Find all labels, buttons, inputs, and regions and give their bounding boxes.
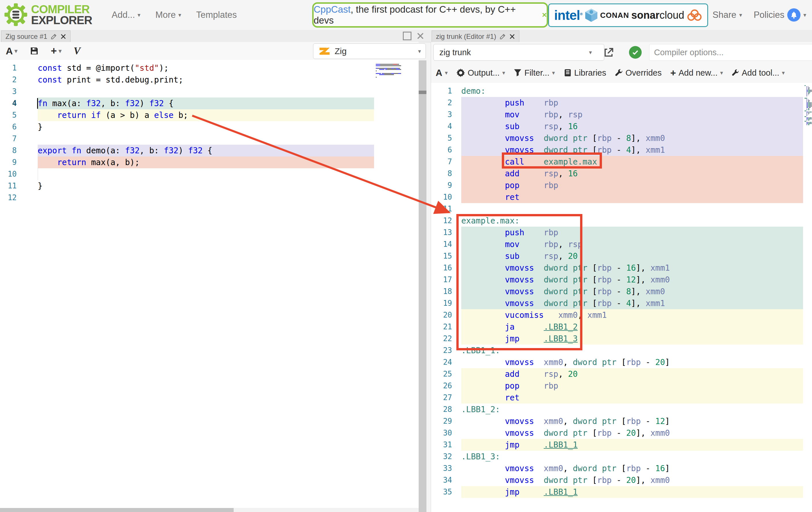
compiler-select[interactable]: zig trunk ▾ [433,44,604,61]
asm-code-line[interactable]: 13 push rbp [461,227,803,238]
line-number: 27 [431,392,452,403]
bell-icon[interactable] [787,8,801,22]
add-pane-button[interactable]: +▾ [51,45,62,57]
asm-code-line[interactable]: 1demo: [461,85,803,97]
compiler-options-input[interactable] [649,44,812,61]
pencil-icon[interactable] [499,33,506,40]
add-tool-button[interactable]: Add tool...▾ [732,68,785,78]
cloud-icon [687,9,702,22]
asm-code-line[interactable]: 6 vmovss dword ptr [rbp - 4], xmm1 [461,144,803,156]
sponsor-logos[interactable]: intel® CONAN sonarcloud [548,3,708,27]
asm-code-line[interactable]: 11 [461,203,803,215]
asm-code-line[interactable]: 33 vmovss xmm0, dword ptr [rbp - 16] [461,462,803,474]
asm-code-line[interactable]: 14 mov rbp, rsp [461,238,803,250]
cppcast-link[interactable]: CppCast [314,4,350,15]
asm-code-line[interactable]: 3 mov rbp, rsp [461,109,803,121]
asm-code-line[interactable]: 24 vmovss xmm0, dword ptr [rbp - 20] [461,356,803,368]
asm-code-line[interactable]: 30 vmovss dword ptr [rbp - 20], xmm0 [461,427,803,439]
asm-code-line[interactable]: 10 ret [461,191,803,203]
asm-code-line[interactable]: 20 vucomiss xmm0, xmm1 [461,309,803,321]
policies-button[interactable]: Policies ▾ [754,8,806,22]
asm-code-line[interactable]: 29 vmovss xmm0, dword ptr [rbp - 12] [461,415,803,427]
line-number: 3 [431,109,452,121]
source-code-line[interactable]: 1const std = @import("std"); [38,62,374,74]
intel-logo[interactable]: intel® [554,7,582,23]
vim-mode-button[interactable]: V [74,45,81,57]
share-button[interactable]: Share▾ [713,10,742,20]
sonarcloud-logo[interactable]: sonarcloud [631,9,702,22]
asm-code-line[interactable]: 27 ret [461,392,803,403]
asm-code-line[interactable]: 34 vmovss dword ptr [rbp - 20], xmm0 [461,474,803,486]
asm-code-line[interactable]: 25 add rsp, 20 [461,368,803,380]
external-link-icon[interactable] [603,47,614,58]
asm-code-line[interactable]: 2 push rbp [461,97,803,109]
source-code-line[interactable]: 11} [38,180,374,192]
menu-templates[interactable]: Templates [196,10,237,20]
asm-code-line[interactable]: 23.LBB1_1: [461,344,803,356]
filter-button[interactable]: Filter...▾ [514,68,555,78]
asm-code-line[interactable]: 8 add rsp, 16 [461,168,803,180]
maximize-icon[interactable] [403,32,411,40]
source-editor[interactable]: 1const std = @import("std");2const print… [0,60,419,512]
horizontal-scrollbar[interactable] [0,508,419,512]
language-select[interactable]: Zig ▾ [313,43,426,59]
plus-icon: + [670,67,676,79]
font-size-button[interactable]: A▾ [436,68,448,78]
asm-code-line[interactable]: 22 jmp .LBB1_3 [461,333,803,344]
asm-code-line[interactable]: 15 sub rsp, 20 [461,250,803,262]
asm-code-line[interactable]: 18 vmovss dword ptr [rbp - 8], xmm0 [461,285,803,297]
menu-add[interactable]: Add...▾ [112,10,140,20]
line-number: 13 [431,227,452,238]
menu-more[interactable]: More▾ [155,10,181,20]
source-code-line[interactable]: 8export fn demo(a: f32, b: f32) f32 { [38,145,374,156]
asm-code-line[interactable]: 28.LBB1_2: [461,403,803,415]
source-code-line[interactable]: 7 [38,133,374,145]
compiler-explorer-logo[interactable]: COMPILER EXPLORER [3,2,92,27]
source-code-line[interactable]: 4fn max(a: f32, b: f32) f32 { [38,97,374,109]
tab-zig-trunk[interactable]: zig trunk (Editor #1) [432,30,519,42]
libraries-button[interactable]: Libraries [564,68,606,78]
banner-close-icon[interactable]: × [542,10,547,20]
save-button[interactable] [30,46,39,56]
asm-code-line[interactable]: 21 ja .LBB1_2 [461,321,803,333]
scrollbar-thumb[interactable] [0,508,234,512]
source-code-line[interactable]: 12 [38,192,374,204]
source-code-line[interactable]: 6} [38,121,374,133]
source-code-line[interactable]: 9 return max(a, b); [38,156,374,168]
pane-splitter[interactable] [419,60,427,512]
add-new-button[interactable]: + Add new...▾ [670,67,723,79]
sponsor-banner[interactable]: CppCast, the first podcast for C++ devs,… [312,2,548,28]
asm-code-line[interactable]: 17 vmovss dword ptr [rbp - 12], xmm0 [461,274,803,285]
asm-code-line[interactable]: 4 sub rsp, 16 [461,121,803,132]
close-icon[interactable] [417,32,424,40]
source-code-line[interactable]: 5 return if (a > b) a else b; [38,109,374,121]
conan-logo[interactable]: CONAN [585,8,629,23]
asm-code-line[interactable]: 26 pop rbp [461,380,803,392]
source-code-line[interactable]: 2const print = std.debug.print; [38,74,374,86]
font-size-button[interactable]: A▾ [6,46,18,57]
app-header: COMPILER EXPLORER Add...▾ More▾ Template… [0,0,812,30]
asm-code-line[interactable]: 9 pop rbp [461,180,803,191]
asm-code-line[interactable]: 12example.max: [461,215,803,227]
chevron-down-icon: ▾ [552,69,555,76]
source-minimap[interactable] [376,64,402,80]
asm-editor[interactable]: 1demo:2 push rbp3 mov rbp, rsp4 sub rsp,… [431,83,812,512]
asm-code-line[interactable]: 19 vmovss dword ptr [rbp - 4], xmm1 [461,297,803,309]
asm-code-line[interactable]: 5 vmovss dword ptr [rbp - 8], xmm0 [461,132,803,144]
chevron-down-icon: ▾ [782,69,785,76]
source-code-line[interactable]: 3 [38,86,374,97]
source-code-line[interactable]: 10 [38,168,374,180]
output-button[interactable]: Output...▾ [456,68,505,78]
pencil-icon[interactable] [51,33,57,40]
asm-code-line[interactable]: 32.LBB1_3: [461,451,803,462]
close-icon[interactable] [60,34,66,39]
close-icon[interactable] [509,34,515,39]
asm-minimap[interactable] [805,85,812,125]
splitter-handle[interactable] [419,91,427,94]
overrides-button[interactable]: Overrides [615,68,662,78]
asm-code-line[interactable]: 7 call example.max [461,156,803,168]
asm-code-line[interactable]: 16 vmovss dword ptr [rbp - 16], xmm1 [461,262,803,274]
asm-code-line[interactable]: 31 jmp .LBB1_1 [461,439,803,451]
asm-code-line[interactable]: 35 jmp .LBB1_1 [461,486,803,498]
tab-zig-source[interactable]: Zig source #1 [1,30,70,42]
